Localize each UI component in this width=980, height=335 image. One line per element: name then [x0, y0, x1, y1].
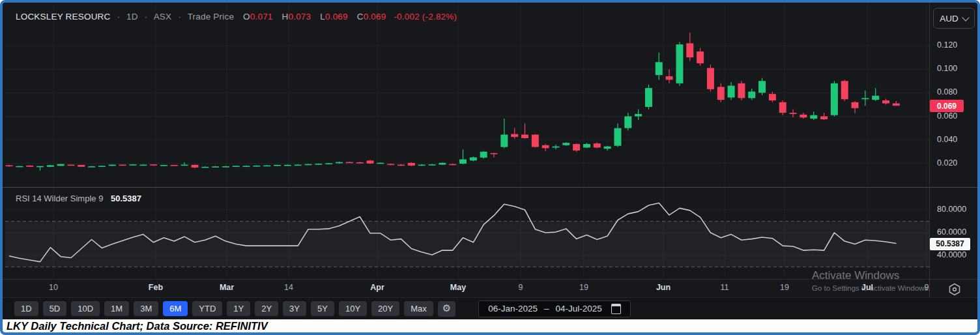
candle-body [439, 163, 446, 165]
candle-body [367, 160, 374, 164]
rsi-band [5, 221, 929, 267]
rsi-legend[interactable]: RSI 14 Wilder Simple 9 50.5387 [16, 194, 141, 203]
candle-body [861, 98, 869, 99]
price-axis-tick: 0.080 [937, 87, 957, 96]
range-button-1d[interactable]: 1D [14, 301, 38, 316]
currency-selector[interactable]: AUD [933, 8, 975, 29]
price-axis-tick: 0.040 [937, 135, 957, 144]
candle-body [78, 165, 85, 167]
date-to: 04-Jul-2025 [556, 304, 602, 313]
candle-body [253, 166, 260, 167]
candle-body [573, 144, 580, 151]
hexagon-settings-icon[interactable] [947, 282, 962, 297]
candle-body [686, 43, 693, 57]
time-axis-tick: Apr [370, 283, 384, 292]
range-button-2y[interactable]: 2Y [255, 301, 278, 316]
date-range-picker[interactable]: 06-Jan-2025–04-Jul-2025 [478, 300, 631, 317]
price-scale-rail[interactable]: AUD 0.1200.1000.0800.0600.0400.02080.000… [929, 3, 980, 297]
candle-body [852, 102, 859, 108]
candle-body [449, 164, 456, 166]
candle-body [717, 87, 725, 100]
time-axis-tick: Jul [861, 283, 873, 292]
candle-body [728, 85, 735, 97]
time-axis-tick: 9 [518, 283, 523, 292]
time-axis-tick: 19 [780, 283, 789, 292]
candle-body [88, 166, 95, 168]
chart-legend[interactable]: LOCKSLEY RESOURC · 1D · ASX · Trade Pric… [16, 12, 457, 22]
time-axis[interactable]: 10FebMar14AprMay919Jun1119Jul9 [5, 279, 929, 297]
price-pane[interactable] [5, 3, 929, 187]
range-button-10y[interactable]: 10Y [339, 301, 367, 316]
rsi-title: RSI 14 Wilder Simple 9 [16, 194, 103, 203]
candle-body [356, 162, 364, 164]
candle-body [748, 92, 755, 98]
candle-body [676, 44, 683, 83]
pane-divider[interactable] [3, 187, 977, 188]
range-button-6m[interactable]: 6M [163, 301, 188, 316]
close-label: C [357, 12, 364, 22]
candle-body [511, 134, 518, 138]
symbol-name: LOCKSLEY RESOURC [16, 12, 111, 22]
candle-body [810, 115, 817, 119]
caption-bar: LKY Daily Technical Chart; Data Source: … [3, 319, 977, 332]
open-label: O [243, 12, 250, 22]
candle-body [119, 165, 126, 166]
range-button-10d[interactable]: 10D [71, 301, 100, 316]
range-button-20y[interactable]: 20Y [371, 301, 399, 316]
candle-body [36, 166, 44, 168]
candle-body [820, 117, 828, 120]
interval-label[interactable]: 1D [126, 12, 138, 22]
price-axis-tick: 0.020 [937, 158, 957, 168]
candle-body [387, 164, 394, 166]
candle-body [47, 166, 54, 167]
range-button-1y[interactable]: 1Y [227, 301, 250, 316]
candle-body [295, 165, 302, 166]
candle-body [532, 135, 539, 147]
candle-body [707, 68, 714, 89]
candlestick-chart[interactable] [5, 3, 929, 187]
time-axis-tick: May [450, 283, 466, 292]
rsi-chart[interactable] [5, 187, 929, 279]
candle-body [98, 166, 106, 167]
range-button-3m[interactable]: 3M [134, 301, 158, 316]
time-axis-tick: 10 [49, 283, 58, 292]
gear-icon[interactable]: ⚙ [438, 301, 455, 317]
candle-body [263, 166, 270, 167]
candle-body [769, 94, 776, 100]
range-button-max[interactable]: Max [404, 301, 433, 316]
candle-body [645, 88, 652, 107]
candle-body [150, 164, 157, 166]
candle-body [139, 165, 147, 166]
candle-body [212, 166, 219, 168]
candle-body [470, 157, 477, 160]
candle-body [882, 100, 889, 104]
candle-body [562, 143, 569, 145]
change-value: -0.002 (-2.82%) [394, 12, 457, 22]
range-button-3y[interactable]: 3Y [283, 301, 306, 316]
rsi-pane[interactable] [5, 187, 929, 279]
exchange-label: ASX [154, 12, 172, 22]
candle-body [160, 165, 167, 166]
range-button-5y[interactable]: 5Y [311, 301, 334, 316]
date-from: 06-Jan-2025 [488, 304, 538, 313]
candle-body [109, 165, 116, 166]
candle-body [583, 144, 590, 147]
candle-body [552, 147, 559, 148]
price-axis-tick: 0.100 [937, 64, 957, 73]
candle-body [305, 164, 312, 166]
range-button-ytd[interactable]: YTD [192, 301, 222, 316]
candle-body [758, 81, 766, 93]
candle-body [614, 128, 621, 146]
candle-body [491, 153, 498, 154]
candle-body [841, 81, 848, 99]
candle-body [191, 165, 198, 168]
price-axis-tick: 0.060 [937, 111, 957, 121]
candle-body [635, 114, 642, 117]
range-button-5d[interactable]: 5D [43, 301, 67, 316]
range-button-1m[interactable]: 1M [104, 301, 129, 316]
high-label: H [282, 12, 289, 22]
high-value: 0.073 [289, 12, 311, 22]
last-price-badge: 0.069 [930, 100, 964, 112]
candle-body [790, 113, 797, 114]
time-axis-divider [3, 279, 977, 280]
